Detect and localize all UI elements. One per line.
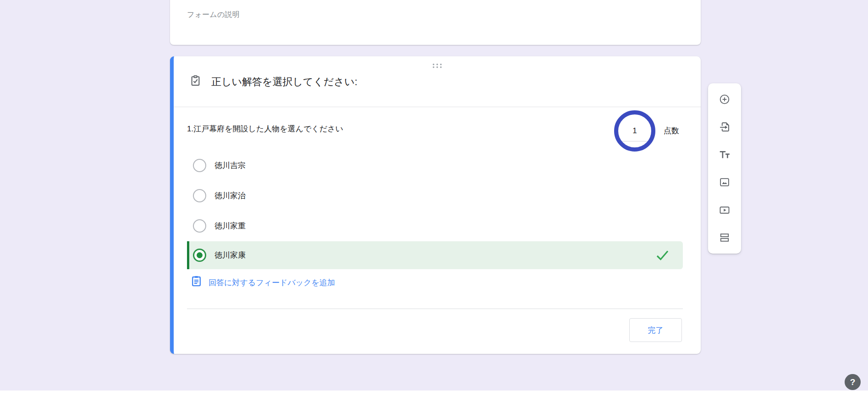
question-text: 1.江戸幕府を開設した人物を選んでください — [187, 124, 343, 134]
help-button[interactable]: ? — [845, 374, 861, 390]
form-description-card: フォームの説明 — [170, 0, 701, 45]
side-toolbar — [708, 83, 741, 254]
option-label: 徳川家康 — [214, 250, 246, 260]
section-icon — [719, 232, 731, 244]
question-card: 正しい解答を選択してください: 1.江戸幕府を開設した人物を選んでください 1 … — [170, 56, 701, 354]
add-image-button[interactable] — [715, 176, 734, 188]
header-divider — [174, 107, 701, 107]
form-description-input[interactable]: フォームの説明 — [187, 10, 240, 20]
done-button[interactable]: 完了 — [629, 318, 682, 342]
answer-key-clipboard-icon — [189, 75, 202, 87]
option-row[interactable]: 徳川吉宗 — [193, 152, 246, 179]
import-document-icon — [719, 121, 731, 133]
points-label: 点数 — [664, 125, 679, 136]
radio-selected-icon[interactable] — [193, 249, 206, 262]
drag-handle-icon[interactable] — [429, 62, 446, 70]
radio-unselected-icon[interactable] — [193, 219, 206, 233]
answer-key-header-title: 正しい解答を選択してください: — [211, 76, 357, 88]
bottom-edge-strip — [0, 391, 868, 396]
plus-circle-icon — [719, 93, 731, 105]
correct-checkmark-icon — [656, 250, 669, 261]
add-feedback-link[interactable]: 回答に対するフィードバックを追加 — [209, 277, 335, 288]
option-label: 徳川吉宗 — [214, 160, 246, 171]
page: フォームの説明 正しい解答を選択してください: 1.江戸幕府を開設した人物を選ん… — [0, 0, 868, 396]
option-label: 徳川家治 — [214, 190, 246, 201]
radio-unselected-icon[interactable] — [193, 159, 206, 172]
points-circle: 1 — [614, 110, 655, 152]
option-row[interactable]: 徳川家治 — [193, 182, 246, 209]
text-fields-icon — [719, 149, 731, 161]
feedback-clipboard-icon[interactable] — [190, 275, 203, 288]
add-question-button[interactable] — [715, 93, 734, 105]
points-input-underline — [622, 141, 647, 141]
image-icon — [719, 176, 731, 188]
add-video-button[interactable] — [715, 204, 734, 216]
points-value-input[interactable]: 1 — [632, 126, 637, 136]
import-questions-button[interactable] — [715, 121, 734, 133]
option-row[interactable]: 徳川家重 — [193, 212, 246, 239]
footer-divider — [187, 309, 683, 309]
add-section-button[interactable] — [715, 232, 734, 244]
video-icon — [719, 204, 731, 216]
radio-unselected-icon[interactable] — [193, 189, 206, 202]
option-label: 徳川家重 — [214, 221, 246, 231]
add-title-button[interactable] — [715, 149, 734, 161]
option-row-correct[interactable]: 徳川家康 — [187, 241, 683, 269]
